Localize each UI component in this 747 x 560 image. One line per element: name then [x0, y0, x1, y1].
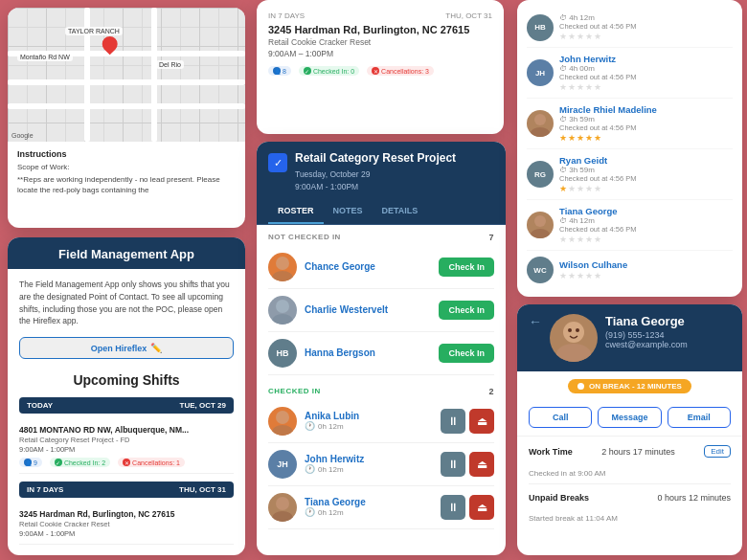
svg-point-8 — [534, 114, 546, 125]
roster-row-charlie: Charlie Westervelt Check In — [268, 289, 494, 332]
avatar-chance — [268, 253, 297, 281]
not-checked-in-header: NOT CHECKED IN 7 — [268, 225, 494, 246]
shift1-meta: 👤 9 ✓ Checked In: 2 ✕ Cancellations: 1 — [19, 458, 234, 467]
clock-icon: 🕐 — [305, 421, 315, 431]
tab-roster[interactable]: ROSTER — [268, 199, 324, 224]
check-in-button-charlie[interactable]: Check In — [439, 301, 494, 320]
on-break-dot — [577, 383, 584, 390]
shift-today-header: TODAY TUE, OCT 29 — [19, 397, 234, 414]
today-date: TUE, OCT 29 — [180, 401, 226, 410]
svg-point-7 — [272, 511, 293, 522]
top-shift-time: 9:00AM – 1:00PM — [268, 49, 492, 58]
shift1-address: 4801 MONTANO RD NW, Albuquerque, NM... — [19, 425, 234, 435]
cancel-icon: ✕ — [372, 67, 379, 75]
tiana-detail-avatar — [550, 314, 598, 362]
edit-work-time-button[interactable]: Edit — [704, 445, 731, 458]
check-in-button-chance[interactable]: Check In — [439, 258, 494, 277]
anika-info: Anika Lubin 🕐 0h 12m — [305, 411, 433, 431]
tg-checkout: Checked out at 4:56 PM — [559, 225, 733, 234]
check-icon: ✓ — [304, 67, 311, 75]
break-sub-row: Started break at 11:04 AM — [529, 507, 731, 528]
retail-header: ✓ Retail Category Reset Project Tuesday,… — [257, 142, 506, 199]
avatar-charlie — [268, 296, 297, 325]
shift1-count-value: 9 — [34, 459, 37, 466]
jh-duration: ⏱ 4h 00m — [559, 64, 733, 73]
mr-stars: ★★★★★ — [559, 133, 733, 143]
hb-stars: ★★★★★ — [559, 32, 733, 41]
tab-notes[interactable]: NOTES — [324, 199, 373, 224]
anika-name: Anika Lubin — [305, 411, 433, 421]
rating-info-mr: Miracle Rhiel Madeline ⏱ 3h 59m Checked … — [559, 104, 733, 143]
unpaid-label: Unpaid Breaks — [529, 493, 589, 503]
upcoming-shifts-title: Upcoming Shifts — [19, 372, 234, 388]
rating-avatar-tg-ratings — [527, 212, 554, 238]
checkout-button-anika[interactable]: ⏏ — [469, 409, 494, 434]
rating-row-mr: Miracle Rhiel Madeline ⏱ 3h 59m Checked … — [527, 99, 733, 149]
top-shift-checked-badge: ✓ Checked In: 0 — [299, 66, 359, 76]
fmgmt-body: The Field Management App only shows you … — [8, 269, 245, 554]
in7-date: THU, OCT 31 — [179, 485, 226, 494]
top-shift-checked: Checked In: 0 — [313, 68, 354, 75]
unpaid-value: 0 hours 12 minutes — [657, 493, 731, 503]
top-shift-in7-label: IN 7 DAYS — [268, 11, 305, 20]
retail-card: ✓ Retail Category Reset Project Tuesday,… — [257, 142, 506, 555]
hb-checkout: Checked out at 4:56 PM — [559, 22, 733, 31]
svg-point-3 — [272, 314, 293, 325]
on-break-container: ON BREAK - 12 MINUTES — [517, 379, 742, 393]
retail-title: Retail Category Reset Project — [295, 151, 456, 167]
tiana-action-buttons: Call Message Email — [517, 401, 742, 436]
top-shift-card: IN 7 DAYS THU, OCT 31 3245 Hardman Rd, B… — [257, 0, 504, 134]
pause-button-tiana[interactable]: ⏸ — [441, 495, 465, 520]
svg-point-2 — [276, 300, 289, 313]
ratings-card: HB ⏱ 4h 12m Checked out at 4:56 PM ★★★★★… — [517, 0, 742, 297]
tiana-roster-name: Tiana George — [305, 497, 433, 507]
check-in-button-hanna[interactable]: Check In — [439, 344, 494, 363]
message-button[interactable]: Message — [598, 407, 661, 428]
tiana-detail-name: Tiana George — [605, 314, 688, 328]
checkout-button-john[interactable]: ⏏ — [469, 452, 494, 477]
open-hireflex-button[interactable]: Open Hireflex ✏️ — [19, 337, 234, 359]
check-icon: ✓ — [55, 459, 62, 466]
hanna-bergson-name: Hanna Bergson — [305, 347, 431, 358]
svg-point-15 — [576, 328, 579, 332]
top-shift-address: 3245 Hardman Rd, Burlington, NC 27615 — [268, 24, 492, 35]
tiana-detail-info: Tiana George (919) 555-1234 cwest@exampl… — [605, 314, 688, 349]
checked-in-label: CHECKED IN — [268, 387, 321, 395]
checkout-button-tiana[interactable]: ⏏ — [469, 495, 494, 520]
call-button[interactable]: Call — [529, 407, 592, 428]
rg-name: Ryan Geidt — [559, 155, 733, 166]
open-hireflex-label: Open Hireflex — [91, 344, 147, 353]
pause-button-anika[interactable]: ⏸ — [441, 409, 465, 434]
checked-in-header: CHECKED IN 2 — [268, 379, 494, 400]
wc-stars: ★★★★★ — [559, 271, 733, 280]
john-name: John Herwitz — [305, 454, 433, 464]
retail-time: 9:00AM - 1:00PM — [295, 182, 456, 191]
shift-item-2: 3245 Hardman Rd, Burlington, NC 27615 Re… — [19, 504, 234, 545]
checked-count: 2 — [488, 387, 494, 396]
pause-button-john[interactable]: ⏸ — [441, 452, 465, 477]
shift1-project: Retail Category Reset Project - FD — [19, 436, 234, 444]
clock-icon: 🕐 — [305, 464, 315, 474]
rating-row-rg: RG Ryan Geidt ⏱ 3h 59m Checked out at 4:… — [527, 149, 733, 200]
tab-details[interactable]: DETAILS — [373, 199, 428, 224]
roster-row-chance: Chance George Check In — [268, 246, 494, 289]
email-button[interactable]: Email — [668, 407, 731, 428]
count-icon: 👤 — [273, 67, 281, 75]
rating-info-jh: John Herwitz ⏱ 4h 00m Checked out at 4:5… — [559, 54, 733, 92]
map-scope-label: Scope of Work: — [17, 163, 236, 171]
anika-actions: ⏸ ⏏ — [441, 409, 494, 434]
avatar-tiana — [268, 493, 297, 522]
rg-duration: ⏱ 3h 59m — [559, 166, 733, 174]
svg-point-10 — [534, 215, 546, 227]
fmgmt-header: Field Management App — [8, 237, 245, 269]
svg-point-1 — [272, 271, 293, 281]
shift-in7-header: IN 7 DAYS THU, OCT 31 — [19, 482, 234, 498]
roster-row-hanna: HB Hanna Bergson Check In — [268, 332, 494, 375]
shift-item-1: 4801 MONTANO RD NW, Albuquerque, NM... R… — [19, 419, 234, 474]
back-button[interactable]: ← — [529, 314, 542, 329]
john-actions: ⏸ ⏏ — [441, 452, 494, 477]
tiana-roster-actions: ⏸ ⏏ — [441, 495, 494, 520]
checked-in-sub-label: Checked in at 9:00 AM — [529, 469, 606, 478]
top-shift-cancel: Cancellations: 3 — [381, 68, 429, 75]
rating-info-rg: Ryan Geidt ⏱ 3h 59m Checked out at 4:56 … — [559, 155, 733, 193]
